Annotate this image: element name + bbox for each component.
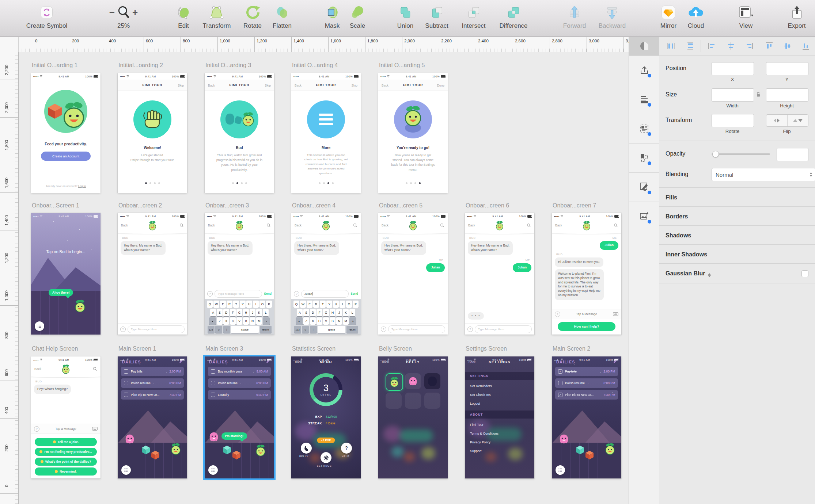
artboard-onboarding-screen-5[interactable]: ••••• 9:41 AM 100% Back BUD Hey there. M… [378, 213, 448, 335]
borders-section[interactable]: Borders [666, 213, 688, 220]
artboard-title[interactable]: Onboar...creen 3 [205, 202, 249, 209]
search-icon[interactable] [440, 223, 444, 228]
keyboard-key[interactable]: A [210, 309, 216, 316]
opacity-value-field[interactable] [777, 148, 808, 161]
send-button[interactable]: Send [350, 292, 358, 295]
back-button[interactable]: Back [382, 224, 388, 227]
settings-item[interactable]: Terms & Conditions [470, 432, 499, 435]
teal-cube[interactable] [142, 446, 150, 454]
back-button[interactable]: Back [121, 224, 128, 227]
flatten-button[interactable]: Flatten [273, 3, 292, 30]
artboard-main-screen-3[interactable]: ••••• 9:41 AM 100% DAILIES Buy monthly p… [205, 356, 274, 478]
task-checkbox[interactable] [211, 381, 215, 385]
settings-item[interactable]: Set Check-Ins [470, 393, 491, 397]
task-checkbox[interactable] [211, 369, 215, 374]
artboard-title[interactable]: Initial O...arding 1 [32, 62, 77, 69]
create-account-button[interactable]: Create an Account [41, 152, 91, 161]
plugin-select-button[interactable] [629, 143, 659, 173]
keyboard-key[interactable]: R [313, 301, 319, 308]
keyboard[interactable]: QWERTYUIOP ASDFGHJKL ▲ZXCVBNM× 123☺ᛚspac… [291, 299, 361, 335]
difference-button[interactable]: Difference [499, 3, 527, 30]
bud-avatar[interactable] [495, 221, 504, 230]
horizontal-ruler[interactable]: 0 200 400 600 800 1,000 1,200 1,400 1,60… [18, 37, 629, 52]
keyboard-key[interactable]: E [307, 301, 312, 308]
keyboard-key[interactable]: C [316, 317, 322, 325]
flip-vertical-button[interactable] [787, 115, 808, 126]
create-symbol-button[interactable]: Create Symbol [26, 3, 67, 30]
settings-item[interactable]: Support [470, 449, 482, 453]
fills-section[interactable]: Fills [666, 194, 677, 201]
emoji-key[interactable]: ☺ [215, 326, 222, 333]
settings-item[interactable]: Fimi Tour [470, 423, 484, 427]
keyboard-key[interactable]: I [253, 301, 259, 308]
keyboard-key[interactable]: H [243, 309, 249, 316]
artboard-title[interactable]: Onboar...creen 2 [118, 202, 162, 209]
orange-cube[interactable] [585, 451, 594, 459]
align-top-icon[interactable] [765, 42, 774, 50]
blending-dropdown[interactable]: Normal [712, 168, 815, 181]
keyboard-key[interactable]: L [349, 309, 355, 316]
bud-character[interactable] [255, 444, 266, 457]
keyboard-key[interactable]: E [220, 301, 226, 308]
back-button[interactable]: Back [555, 224, 562, 227]
quick-reply-button[interactable]: I'm not feeling very productive... [35, 448, 97, 456]
keyboard-key[interactable]: Q [207, 301, 213, 308]
rotate-button[interactable]: Rotate [243, 3, 262, 30]
keyboard-key[interactable]: F [316, 309, 322, 316]
search-icon[interactable] [527, 223, 531, 228]
plugin-image-add-button[interactable] [629, 202, 659, 231]
artboard-belly-screen[interactable]: ••••• 9:41 AM 100% Back BELLY [378, 356, 448, 478]
width-field[interactable] [712, 88, 754, 102]
bud-avatar[interactable] [235, 221, 244, 230]
flip-horizontal-button[interactable] [766, 115, 787, 126]
task-row[interactable]: Buy monthly pass9:00 AM [208, 367, 271, 376]
orange-cube[interactable] [151, 451, 159, 459]
align-right-icon[interactable] [745, 42, 754, 50]
keyboard-icon[interactable] [613, 312, 618, 316]
keyboard-icon[interactable] [92, 427, 98, 431]
task-checkbox[interactable]: ✓ [558, 393, 562, 397]
artboard-title[interactable]: Main Screen 1 [118, 345, 156, 352]
message-input[interactable]: Type Message Here [475, 325, 532, 333]
artboard-title[interactable]: Initial O...arding 3 [205, 62, 251, 69]
keyboard-key[interactable]: B [243, 317, 249, 325]
belly-slot-locked[interactable] [424, 373, 440, 389]
belly-slot-empty[interactable] [386, 393, 402, 409]
back-button[interactable]: Back [34, 367, 41, 371]
quick-reply-button[interactable]: Nevermind. [35, 467, 97, 476]
keyboard-key[interactable]: S [217, 309, 223, 316]
space-key[interactable]: space [231, 326, 259, 333]
keyboard-key[interactable]: U [333, 301, 339, 308]
keyboard-key[interactable]: Q [293, 301, 299, 308]
keyboard-key[interactable]: N [336, 317, 342, 325]
help-icon[interactable]: ? [207, 291, 213, 297]
keyboard-key[interactable]: R [227, 301, 232, 308]
belly-slot-blob[interactable] [405, 373, 421, 389]
task-row[interactable]: Polish resume6:00 PM [208, 378, 271, 388]
mic-key[interactable]: ᛚ [310, 326, 317, 333]
keyboard-key[interactable]: F [230, 309, 236, 316]
keyboard-key[interactable]: C [230, 317, 236, 325]
keyboard-key[interactable]: K [256, 309, 262, 316]
artboard-onboarding-screen-4[interactable]: ••••• 9:41 AM 100% Back BUD Hey there. M… [291, 213, 361, 335]
shift-key[interactable]: ▲ [296, 317, 303, 325]
task-row[interactable]: ✓Pay bills2:00 PM [555, 367, 618, 376]
keyboard-key[interactable]: B [330, 317, 336, 325]
keyboard-key[interactable]: Y [240, 301, 246, 308]
dailies-list-button[interactable] [35, 321, 44, 331]
keyboard-key[interactable]: D [310, 309, 316, 316]
edit-button[interactable]: Edit [177, 3, 190, 30]
artboard-main-screen-1[interactable]: ••••• 9:41 AM 100% DAILIES Pay bills2:00… [118, 356, 187, 478]
height-field[interactable] [766, 88, 808, 102]
keyboard-key[interactable]: Y [326, 301, 332, 308]
help-icon[interactable]: ? [555, 312, 560, 317]
tap-message-bar[interactable]: ? Tap a Message [552, 309, 621, 319]
quick-reply-button[interactable]: Tell me a joke. [35, 438, 97, 446]
artboard-initial-onboarding-1[interactable]: ••••• 9:41 AM 100% Feed your productivit… [31, 73, 101, 193]
keyboard-key[interactable]: N [250, 317, 255, 325]
shadows-section[interactable]: Shadows [666, 232, 691, 239]
artboard-title[interactable]: Intitial...oarding 2 [118, 62, 163, 69]
opacity-slider-knob[interactable] [712, 151, 719, 157]
artboard-onboarding-screen-3[interactable]: ••••• 9:41 AM 100% Back BUD Hey there. M… [205, 213, 274, 335]
keyboard-key[interactable]: V [323, 317, 329, 325]
